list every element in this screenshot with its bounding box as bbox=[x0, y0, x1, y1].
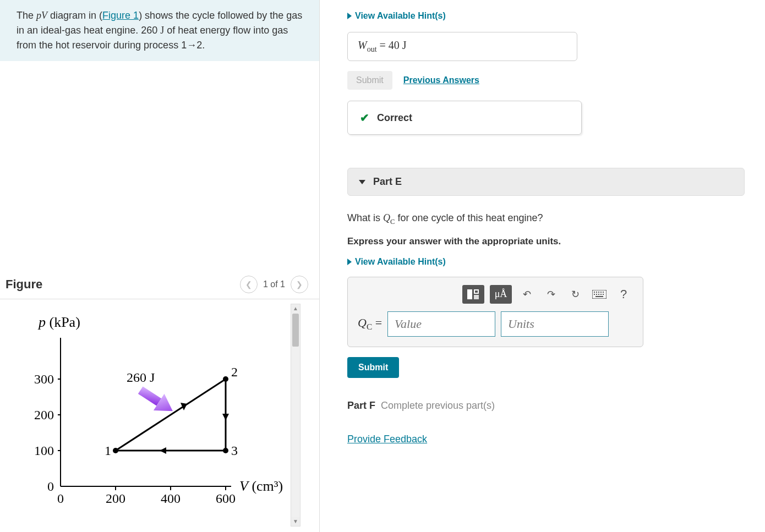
figure-nav: ❮ 1 of 1 ❯ bbox=[240, 276, 308, 293]
value-input[interactable] bbox=[387, 311, 495, 337]
svg-text:400: 400 bbox=[161, 491, 181, 506]
svg-text:1: 1 bbox=[105, 443, 111, 458]
svg-rect-41 bbox=[600, 292, 602, 293]
svg-text:p (kPa): p (kPa) bbox=[37, 314, 80, 330]
svg-text:V (cm³): V (cm³) bbox=[239, 478, 283, 494]
figure-scrollbar[interactable]: ▲ ▼ bbox=[291, 304, 300, 526]
svg-text:600: 600 bbox=[216, 491, 236, 506]
svg-rect-36 bbox=[475, 290, 478, 293]
svg-text:200: 200 bbox=[34, 408, 54, 422]
part-e-instruction: Express your answer with the appropriate… bbox=[347, 236, 748, 247]
figure-body: p (kPa) 0 100 200 300 0 200 400 bbox=[0, 299, 319, 532]
var-pv: pV bbox=[36, 10, 47, 21]
hints-toggle-d[interactable]: View Available Hint(s) bbox=[347, 11, 748, 21]
hints-label: View Available Hint(s) bbox=[355, 11, 446, 21]
left-column: The pV diagram in (Figure 1) shows the c… bbox=[0, 0, 320, 532]
answer-display: Wout = 40 J bbox=[347, 32, 577, 61]
correct-feedback: ✔ Correct bbox=[347, 101, 582, 135]
svg-text:2: 2 bbox=[231, 365, 238, 379]
figure-header: Figure ❮ 1 of 1 ❯ bbox=[0, 270, 319, 299]
caret-right-icon bbox=[347, 259, 352, 265]
part-f-status: Complete previous part(s) bbox=[381, 400, 495, 411]
answer-value: 40 J bbox=[389, 39, 407, 51]
pv-diagram: p (kPa) 0 100 200 300 0 200 400 bbox=[22, 310, 286, 519]
redo-icon[interactable]: ↷ bbox=[542, 286, 560, 303]
txt: diagram in ( bbox=[47, 10, 102, 21]
txt: What is bbox=[347, 212, 383, 223]
provide-feedback-link[interactable]: Provide Feedback bbox=[347, 434, 427, 445]
prompt-text: The pV diagram in (Figure 1) shows the c… bbox=[17, 10, 302, 51]
sub-out: out bbox=[367, 45, 377, 53]
part-f-header: Part FComplete previous part(s) bbox=[347, 400, 748, 412]
svg-rect-30 bbox=[138, 386, 161, 405]
correct-label: Correct bbox=[377, 112, 412, 124]
keyboard-icon[interactable] bbox=[590, 286, 609, 303]
input-row: QC = bbox=[358, 311, 633, 337]
previous-answers-link[interactable]: Previous Answers bbox=[403, 75, 479, 85]
svg-point-24 bbox=[113, 448, 118, 453]
right-column: View Available Hint(s) Wout = 40 J Submi… bbox=[320, 0, 765, 532]
answer-input-area: μÅ ↶ ↷ ↻ ? QC = bbox=[347, 277, 643, 347]
caret-down-icon bbox=[359, 180, 365, 184]
svg-text:100: 100 bbox=[34, 443, 54, 458]
svg-marker-23 bbox=[160, 447, 166, 454]
svg-rect-45 bbox=[598, 294, 599, 295]
svg-marker-22 bbox=[222, 414, 229, 420]
var-q: Q bbox=[383, 212, 390, 223]
submit-button[interactable]: Submit bbox=[347, 357, 399, 378]
templates-icon[interactable] bbox=[462, 285, 484, 304]
checkmark-icon: ✔ bbox=[360, 111, 369, 124]
reset-icon[interactable]: ↻ bbox=[566, 286, 584, 303]
svg-rect-39 bbox=[596, 292, 597, 293]
txt: for one cycle of this heat engine? bbox=[395, 212, 543, 223]
eq: = bbox=[377, 39, 389, 51]
scroll-down-icon[interactable]: ▼ bbox=[291, 517, 300, 526]
equation-toolbar: μÅ ↶ ↷ ↻ ? bbox=[358, 285, 633, 304]
part-e-title: Part E bbox=[373, 176, 402, 188]
txt: The bbox=[17, 10, 36, 21]
svg-rect-35 bbox=[474, 295, 479, 299]
svg-text:260 J: 260 J bbox=[127, 370, 155, 385]
units-input[interactable] bbox=[501, 311, 609, 337]
figure-link[interactable]: Figure 1 bbox=[102, 10, 139, 21]
lhs: QC = bbox=[358, 316, 382, 332]
figure-prev-button[interactable]: ❮ bbox=[240, 276, 258, 293]
svg-text:200: 200 bbox=[106, 491, 125, 506]
part-e-question: What is QC for one cycle of this heat en… bbox=[347, 212, 748, 226]
part-f-label: Part F bbox=[347, 400, 375, 411]
undo-icon[interactable]: ↶ bbox=[517, 286, 536, 303]
special-chars-icon[interactable]: μÅ bbox=[490, 285, 512, 304]
svg-rect-48 bbox=[595, 296, 603, 297]
submit-button-disabled: Submit bbox=[347, 71, 392, 90]
hints-label: View Available Hint(s) bbox=[355, 257, 446, 267]
svg-rect-40 bbox=[598, 292, 599, 293]
svg-text:0: 0 bbox=[47, 479, 54, 493]
submit-row-d: Submit Previous Answers bbox=[347, 71, 748, 90]
svg-rect-42 bbox=[603, 292, 604, 293]
svg-rect-46 bbox=[600, 294, 602, 295]
svg-text:300: 300 bbox=[34, 372, 54, 386]
svg-point-25 bbox=[223, 376, 228, 382]
scroll-up-icon[interactable]: ▲ bbox=[291, 304, 300, 313]
svg-rect-33 bbox=[467, 289, 472, 299]
hints-toggle-e[interactable]: View Available Hint(s) bbox=[347, 257, 748, 267]
svg-line-18 bbox=[116, 379, 226, 451]
part-e-header[interactable]: Part E bbox=[347, 168, 745, 196]
var-w: W bbox=[358, 39, 367, 51]
figure-counter: 1 of 1 bbox=[263, 279, 285, 289]
figure-title: Figure bbox=[6, 277, 42, 292]
help-icon[interactable]: ? bbox=[614, 286, 633, 303]
svg-rect-47 bbox=[603, 294, 604, 295]
svg-rect-43 bbox=[594, 294, 595, 295]
caret-right-icon bbox=[347, 13, 352, 19]
scroll-thumb[interactable] bbox=[292, 314, 299, 347]
svg-rect-44 bbox=[596, 294, 597, 295]
svg-rect-38 bbox=[594, 292, 595, 293]
svg-text:0: 0 bbox=[57, 491, 64, 506]
svg-point-26 bbox=[223, 448, 228, 453]
svg-marker-21 bbox=[181, 403, 187, 410]
problem-prompt: The pV diagram in (Figure 1) shows the c… bbox=[0, 0, 319, 61]
svg-text:3: 3 bbox=[231, 443, 238, 458]
figure-next-button[interactable]: ❯ bbox=[291, 276, 308, 293]
